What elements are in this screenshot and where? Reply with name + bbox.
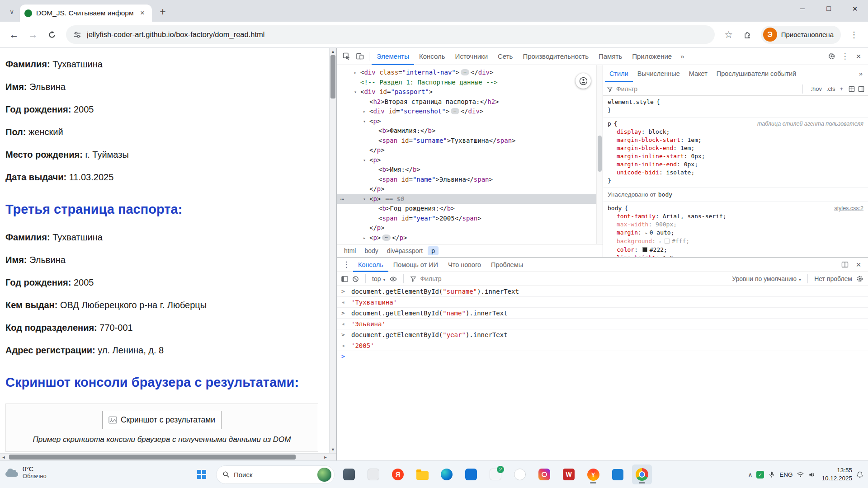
devtools-tab[interactable]: Приложение	[627, 48, 677, 65]
state-toggle-button[interactable]: :hov	[808, 85, 824, 92]
file-explorer[interactable]	[412, 465, 432, 484]
css-property[interactable]: margin-inline-start: 0px;	[608, 152, 863, 160]
app-chrome[interactable]	[632, 465, 652, 484]
css-property[interactable]: display: block;	[608, 128, 863, 136]
reload-button[interactable]	[43, 26, 61, 43]
url-text[interactable]: jellyfish-coder-art.github.io/box-factor…	[87, 30, 264, 39]
expand-arrow-icon[interactable]	[361, 194, 368, 204]
antivirus-shield-icon[interactable]	[756, 471, 764, 479]
elements-scroll-thumb[interactable]	[598, 136, 602, 172]
expand-arrow-icon[interactable]	[361, 155, 368, 165]
dom-tree-node[interactable]: </p>	[337, 145, 596, 155]
extensions-button[interactable]	[739, 26, 756, 43]
new-tab-button[interactable]	[156, 5, 170, 19]
expand-arrow-icon[interactable]	[361, 107, 368, 117]
profile-chip[interactable]: Э Приостановлена	[761, 26, 841, 44]
app-instagram[interactable]	[534, 465, 554, 484]
volume-icon[interactable]	[808, 471, 816, 478]
issues-counter[interactable]: Нет проблем	[814, 275, 852, 282]
expand-arrow-icon[interactable]	[361, 233, 368, 243]
console-context-selector[interactable]: top	[372, 275, 386, 282]
log-levels-selector[interactable]: Уровни по умолчанию	[732, 275, 801, 282]
dom-tree-node[interactable]: <b>Имя:</b>	[337, 165, 596, 175]
devtools-settings-button[interactable]	[825, 50, 838, 63]
app-messenger[interactable]: 2	[486, 465, 505, 484]
page-vertical-scrollbar[interactable]	[329, 48, 336, 453]
drawer-menu-button[interactable]	[340, 258, 353, 272]
app-yandex-browser[interactable]: Y	[583, 465, 603, 484]
inspect-element-button[interactable]	[340, 50, 353, 63]
dom-tree-node[interactable]: <span id="surname">Тухватшина</span>	[337, 136, 596, 146]
dom-tree-node[interactable]: <p></p>	[337, 233, 596, 243]
styles-sidebar-tab[interactable]: Стили	[605, 65, 633, 82]
app-light-tile[interactable]	[363, 465, 383, 484]
tab-search-button[interactable]	[5, 5, 18, 18]
device-toolbar-button[interactable]	[353, 50, 367, 63]
window-minimize-button[interactable]	[789, 0, 816, 17]
breadcrumb-item[interactable]: p	[428, 246, 439, 255]
devtools-tab[interactable]: Память	[594, 48, 627, 65]
microphone-icon[interactable]	[768, 471, 775, 479]
dom-tree-node[interactable]: </p>	[337, 223, 596, 233]
state-toggle-button[interactable]: +	[837, 85, 845, 92]
dom-tree-node[interactable]: <p>== $0	[337, 194, 596, 204]
start-button[interactable]	[192, 465, 212, 484]
css-property[interactable]: margin: 0 auto;	[608, 229, 863, 237]
drawer-layout-button[interactable]	[838, 258, 852, 272]
console-drawer-tab[interactable]: Помощь от ИИ	[388, 258, 443, 272]
styles-more-chevron-icon[interactable]	[855, 70, 866, 77]
computed-panel-icon[interactable]	[858, 86, 864, 92]
styles-sidebar-tab[interactable]: Вычисленные	[633, 65, 684, 82]
expand-arrow-icon[interactable]	[361, 117, 368, 127]
devtools-tab[interactable]: Консоль	[414, 48, 450, 65]
search-daily-image[interactable]	[317, 468, 331, 482]
console-filter-input[interactable]: Фильтр	[420, 275, 728, 282]
devtools-tab[interactable]: Производительность	[518, 48, 594, 65]
console-drawer-tab[interactable]: Что нового	[443, 258, 486, 272]
live-expression-eye-icon[interactable]	[390, 276, 397, 282]
dom-tree-node[interactable]: <b>Год рождения:</b>	[337, 204, 596, 214]
app-photos[interactable]	[339, 465, 359, 484]
hidden-children-ellipsis[interactable]	[461, 69, 469, 75]
console-settings-gear-icon[interactable]	[856, 275, 863, 282]
devtools-tab[interactable]: Сеть	[493, 48, 518, 65]
console-drawer-tab[interactable]: Проблемы	[486, 258, 528, 272]
color-swatch[interactable]	[665, 239, 670, 244]
console-drawer-tab[interactable]: Консоль	[353, 258, 388, 272]
grid-badge-icon[interactable]	[849, 86, 855, 92]
accessibility-button[interactable]	[576, 73, 591, 89]
breadcrumb-item[interactable]: html	[340, 246, 359, 255]
app-word[interactable]: W	[559, 465, 579, 484]
css-property[interactable]: font-family: Arial, sans-serif;	[608, 212, 863, 221]
breadcrumb-item[interactable]: div#passport	[383, 246, 426, 255]
scroll-left-arrow-icon[interactable]	[0, 454, 7, 460]
css-property[interactable]: max-width: 900px;	[608, 221, 863, 229]
css-property[interactable]: unicode-bidi: isolate;	[608, 169, 863, 177]
console-sidebar-icon[interactable]	[341, 276, 348, 282]
tab-close-icon[interactable]	[137, 8, 147, 18]
dom-tree-node[interactable]: <p>	[337, 117, 596, 127]
dom-tree-node[interactable]: </p>	[337, 184, 596, 194]
browser-menu-button[interactable]	[845, 26, 863, 43]
css-selector[interactable]: element.style	[608, 98, 654, 106]
css-property[interactable]: background: #fff;	[608, 237, 863, 246]
dom-tree-node[interactable]: <!-- Раздел 1: Паспортные данные -->	[337, 78, 596, 88]
language-indicator[interactable]: ENG	[779, 471, 793, 478]
scroll-up-arrow-icon[interactable]	[330, 48, 336, 55]
hidden-children-ellipsis[interactable]	[451, 108, 459, 114]
stylesheet-link[interactable]: styles.css:2	[834, 204, 863, 212]
taskbar-weather-widget[interactable]: 0°C Облачно	[5, 465, 47, 479]
address-bar[interactable]: jellyfish-coder-art.github.io/box-factor…	[66, 25, 715, 44]
dom-tree-node[interactable]: <span id="year">2005</span>	[337, 214, 596, 224]
devtools-menu-button[interactable]	[838, 50, 852, 63]
state-toggle-button[interactable]: .cls	[824, 85, 838, 92]
clear-console-icon[interactable]	[352, 276, 359, 282]
expand-value-icon[interactable]	[659, 238, 664, 244]
window-close-button[interactable]	[842, 0, 868, 17]
breadcrumb-item[interactable]: body	[361, 246, 382, 255]
app-store[interactable]	[461, 465, 481, 484]
scroll-down-arrow-icon[interactable]	[330, 446, 336, 453]
browser-tab[interactable]: DOM_JS. Считываем информа	[20, 5, 152, 22]
taskbar-clock[interactable]: 13:55 10.12.2025	[821, 466, 852, 482]
css-property[interactable]: margin-block-end: 1em;	[608, 144, 863, 152]
